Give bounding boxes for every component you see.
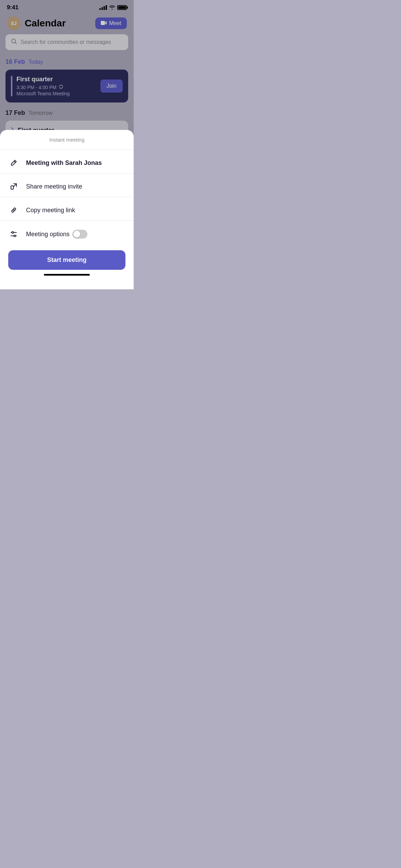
sheet-item-options-label: Meeting options [26,231,70,238]
sheet-divider-2 [0,173,134,173]
svg-point-7 [14,235,16,237]
toggle-knob [73,231,80,238]
sheet-item-edit-name[interactable]: Meeting with Sarah Jonas [0,153,134,173]
pencil-icon [8,159,19,167]
sheet-title: Instant meeting [0,137,134,143]
start-meeting-button[interactable]: Start meeting [8,250,125,270]
sheet-divider-4 [0,220,134,221]
bottom-sheet: Instant meeting Meeting with Sarah Jonas… [0,130,134,289]
sheet-item-edit-name-label: Meeting with Sarah Jonas [26,159,102,167]
meeting-options-row: Meeting options [26,230,87,239]
sheet-item-copy-link[interactable]: Copy meeting link [0,200,134,220]
sliders-icon [8,230,19,238]
sheet-item-meeting-options[interactable]: Meeting options [0,224,134,245]
link-icon [8,206,19,214]
home-indicator [44,274,90,276]
svg-point-6 [12,232,14,233]
sheet-divider-3 [0,197,134,197]
sheet-divider [0,149,134,150]
svg-rect-3 [11,186,13,189]
share-icon [8,182,19,191]
meeting-options-toggle[interactable] [72,230,87,239]
sheet-item-copy-label: Copy meeting link [26,207,75,214]
sheet-item-share-label: Share meeting invite [26,183,82,190]
sheet-item-share-invite[interactable]: Share meeting invite [0,176,134,197]
